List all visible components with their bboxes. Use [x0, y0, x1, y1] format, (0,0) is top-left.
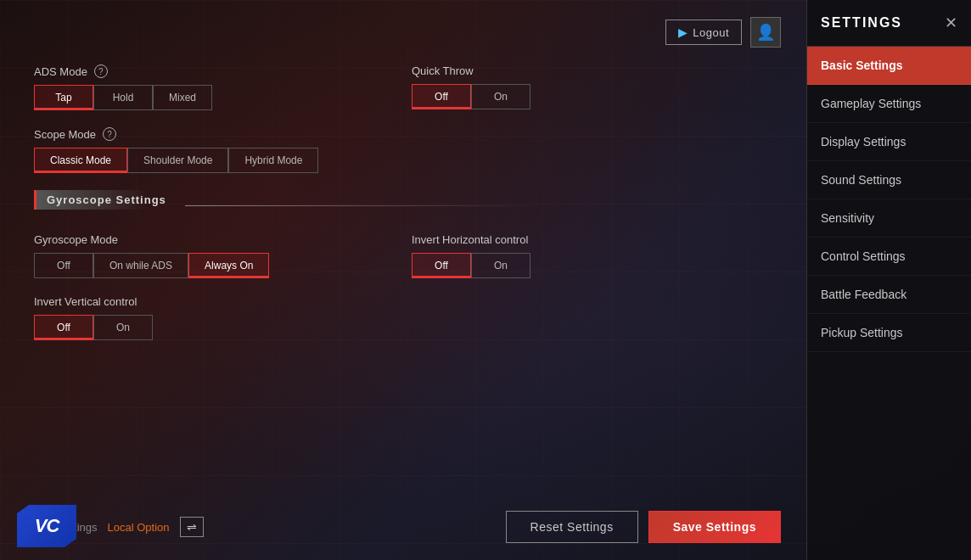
- logout-label: Logout: [693, 26, 729, 39]
- invert-v-off-button[interactable]: Off: [34, 315, 93, 340]
- invert-horizontal-label-row: Invert Horizontal control: [412, 233, 772, 246]
- sidebar-item-sound-settings[interactable]: Sound Settings: [807, 161, 971, 199]
- top-bar: ▶ Logout 👤: [25, 17, 781, 48]
- gyroscope-divider: [185, 205, 772, 206]
- reset-settings-button[interactable]: Reset Settings: [506, 511, 638, 543]
- quick-throw-label: Quick Throw: [412, 64, 474, 77]
- ads-mode-label-row: ADS Mode ?: [34, 64, 395, 78]
- vc-logo: VC: [17, 505, 85, 552]
- quick-throw-off-button[interactable]: Off: [412, 84, 471, 109]
- scope-mode-buttons: Classic Mode Shoulder Mode Hybrid Mode: [34, 148, 772, 173]
- quick-throw-label-row: Quick Throw: [412, 64, 772, 77]
- sidebar-item-sensitivity[interactable]: Sensitivity: [807, 199, 971, 238]
- action-buttons: Reset Settings Save Settings: [506, 511, 781, 543]
- gyro-top-row: Gyroscope Mode Off On while ADS Always O…: [34, 233, 772, 295]
- sidebar-item-label: Gameplay Settings: [821, 97, 921, 110]
- invert-vertical-label: Invert Vertical control: [34, 295, 137, 308]
- sidebar-item-label: Battle Feedback: [821, 288, 906, 301]
- invert-vertical-label-row: Invert Vertical control: [34, 295, 772, 308]
- scope-mode-label: Scope Mode: [34, 128, 96, 141]
- sidebar-item-label: Sensitivity: [821, 211, 874, 225]
- scope-hybrid-button[interactable]: Hybrid Mode: [228, 148, 318, 173]
- ads-quickthrow-row: ADS Mode ? Tap Hold Mixed Quick Throw Of…: [34, 64, 772, 127]
- gyro-off-button[interactable]: Off: [34, 253, 93, 278]
- transfer-icon-button[interactable]: ⇌: [180, 517, 204, 537]
- invert-v-on-button[interactable]: On: [93, 315, 153, 340]
- gyro-mode-buttons: Off On while ADS Always On: [34, 253, 395, 278]
- local-option-label[interactable]: Local Option: [108, 521, 170, 534]
- play-icon: ▶: [678, 25, 688, 39]
- scope-help-icon[interactable]: ?: [103, 127, 116, 141]
- close-icon[interactable]: ✕: [945, 14, 957, 32]
- logout-button[interactable]: ▶ Logout: [665, 20, 742, 45]
- ads-mode-group: ADS Mode ? Tap Hold Mixed: [34, 64, 395, 110]
- sidebar-item-label: Display Settings: [821, 135, 906, 148]
- scope-mode-label-row: Scope Mode ?: [34, 127, 772, 141]
- gyro-mode-label-row: Gyroscope Mode: [34, 233, 395, 246]
- invert-horizontal-group: Invert Horizontal control Off On: [412, 233, 772, 278]
- sidebar: SETTINGS ✕ Basic Settings Gameplay Setti…: [806, 0, 971, 560]
- avatar-button[interactable]: 👤: [750, 17, 781, 48]
- scope-mode-group: Scope Mode ? Classic Mode Shoulder Mode …: [34, 127, 772, 173]
- invert-h-off-button[interactable]: Off: [412, 253, 471, 278]
- sidebar-item-label: Sound Settings: [821, 173, 901, 187]
- sidebar-title: SETTINGS: [821, 15, 902, 31]
- sidebar-item-pickup-settings[interactable]: Pickup Settings: [807, 314, 971, 352]
- quick-throw-buttons: Off On: [412, 84, 772, 109]
- sidebar-header: SETTINGS ✕: [807, 0, 971, 47]
- gyro-mode-label: Gyroscope Mode: [34, 233, 118, 246]
- sidebar-item-label: Basic Settings: [821, 59, 902, 72]
- ads-mixed-button[interactable]: Mixed: [153, 85, 212, 110]
- ads-tap-button[interactable]: Tap: [34, 85, 93, 110]
- invert-horizontal-label: Invert Horizontal control: [412, 233, 528, 246]
- gyro-onwhileads-button[interactable]: On while ADS: [93, 253, 188, 278]
- vc-logo-text: VC: [35, 515, 59, 537]
- sidebar-item-gameplay-settings[interactable]: Gameplay Settings: [807, 85, 971, 123]
- gyroscope-header-wrap: Gyroscope Settings: [34, 190, 772, 221]
- sidebar-item-label: Pickup Settings: [821, 326, 903, 339]
- vc-logo-inner: VC: [17, 505, 76, 547]
- invert-h-on-button[interactable]: On: [471, 253, 530, 278]
- sidebar-item-battle-feedback[interactable]: Battle Feedback: [807, 276, 971, 314]
- ads-mode-label: ADS Mode: [34, 65, 87, 78]
- settings-content: ADS Mode ? Tap Hold Mixed Quick Throw Of…: [25, 64, 781, 340]
- sidebar-item-label: Control Settings: [821, 249, 906, 263]
- invert-vertical-group: Invert Vertical control Off On: [34, 295, 772, 340]
- quick-throw-group: Quick Throw Off On: [412, 64, 772, 110]
- scope-shoulder-button[interactable]: Shoulder Mode: [127, 148, 228, 173]
- user-icon: 👤: [756, 23, 775, 42]
- invert-vertical-buttons: Off On: [34, 315, 772, 340]
- quick-throw-on-button[interactable]: On: [471, 84, 530, 109]
- gyro-alwayson-button[interactable]: Always On: [188, 253, 269, 278]
- gyroscope-section-header: Gyroscope Settings: [34, 190, 177, 210]
- sidebar-item-basic-settings[interactable]: Basic Settings: [807, 47, 971, 85]
- main-content: ▶ Logout 👤 ADS Mode ? Tap Hold Mixed: [0, 0, 806, 560]
- gyroscope-section: Gyroscope Settings Gyroscope Mode Off On…: [34, 190, 772, 340]
- invert-horizontal-buttons: Off On: [412, 253, 772, 278]
- bottom-bar: Cloud Settings Local Option ⇌ Reset Sett…: [25, 511, 781, 543]
- ads-help-icon[interactable]: ?: [94, 64, 108, 78]
- sidebar-item-control-settings[interactable]: Control Settings: [807, 238, 971, 276]
- scope-classic-button[interactable]: Classic Mode: [34, 148, 127, 173]
- ads-hold-button[interactable]: Hold: [93, 85, 153, 110]
- sidebar-item-display-settings[interactable]: Display Settings: [807, 123, 971, 161]
- ads-mode-buttons: Tap Hold Mixed: [34, 85, 395, 110]
- save-settings-button[interactable]: Save Settings: [648, 511, 781, 543]
- gyro-mode-group: Gyroscope Mode Off On while ADS Always O…: [34, 233, 395, 278]
